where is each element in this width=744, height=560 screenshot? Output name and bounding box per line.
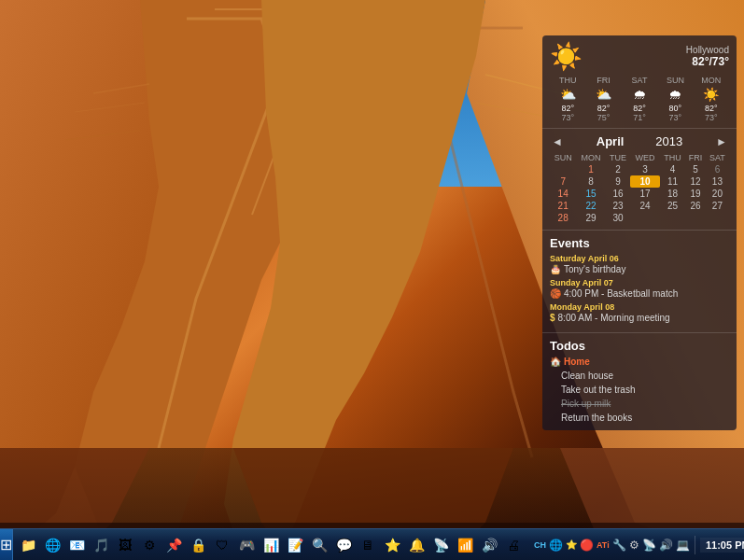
cal-day-15[interactable]: 15 xyxy=(576,188,605,200)
cal-day-empty-5 xyxy=(706,212,729,224)
event-tony-birthday[interactable]: 🎂 Tony's birthday xyxy=(550,264,729,274)
cal-day-25[interactable]: 25 xyxy=(660,200,686,212)
cal-header-sun: SUN xyxy=(550,152,576,163)
taskbar-icon-15[interactable]: 🖥 xyxy=(357,534,379,556)
taskbar-icon-2[interactable]: 🌐 xyxy=(41,534,63,556)
cal-day-28[interactable]: 28 xyxy=(550,212,576,224)
cal-day-24[interactable]: 24 xyxy=(630,200,659,212)
calendar-prev-button[interactable]: ◄ xyxy=(550,135,565,148)
taskbar-icon-17[interactable]: 🔔 xyxy=(405,534,428,556)
taskbar-icon-10[interactable]: 🎮 xyxy=(235,534,258,556)
cal-day-27[interactable]: 27 xyxy=(706,200,729,212)
cal-day-16[interactable]: 16 xyxy=(606,188,631,200)
taskbar-icon-18[interactable]: 📡 xyxy=(429,534,452,556)
event-group-apr06: Saturday April 06 🎂 Tony's birthday xyxy=(550,254,729,274)
taskbar-icon-8[interactable]: 🔒 xyxy=(187,534,209,556)
cal-header-wed: WED xyxy=(630,152,659,163)
weather-info: Hollywood 82°/73° xyxy=(686,45,729,68)
calendar-week-3: 14 15 16 17 18 19 20 xyxy=(550,188,729,200)
cal-day-2[interactable]: 2 xyxy=(606,163,631,175)
forecast-thu: THU ⛅ 82° 73° xyxy=(550,76,585,122)
taskbar-icon-3[interactable]: 📧 xyxy=(65,534,88,556)
events-title: Events xyxy=(550,236,729,250)
forecast-fri: FRI ⛅ 82° 75° xyxy=(585,76,621,122)
cal-day-11[interactable]: 11 xyxy=(660,175,686,188)
tray-icon-3[interactable]: 🔴 xyxy=(580,539,594,552)
cal-day-13[interactable]: 13 xyxy=(706,175,729,188)
taskbar-icon-12[interactable]: 📝 xyxy=(284,534,306,556)
system-clock[interactable]: 11:05 PM xyxy=(700,538,744,553)
event-group-apr08: Monday April 08 $ 8:00 AM - Morning meet… xyxy=(550,302,729,323)
cal-day-18[interactable]: 18 xyxy=(660,188,686,200)
cal-day-23[interactable]: 23 xyxy=(606,200,631,212)
cal-day-1[interactable]: 1 xyxy=(576,163,605,175)
todo-books[interactable]: Return the books xyxy=(550,411,729,425)
cal-day-4[interactable]: 4 xyxy=(660,163,686,175)
system-tray: CH 🌐 ⭐ 🔴 ATi 🔧 ⚙ 📡 🔊 💻 11:05 PM xyxy=(528,536,744,554)
todo-trash[interactable]: Take out the trash xyxy=(550,383,729,397)
tray-ch[interactable]: CH xyxy=(534,540,546,550)
cal-day-10[interactable]: 10 xyxy=(630,175,659,188)
todos-title: Todos xyxy=(550,339,729,353)
cal-day-26[interactable]: 26 xyxy=(685,200,706,212)
cal-day-12[interactable]: 12 xyxy=(685,175,706,188)
cal-day-empty-2 xyxy=(630,212,659,224)
cal-day-19[interactable]: 19 xyxy=(685,188,706,200)
taskbar-icon-19[interactable]: 📶 xyxy=(454,534,476,556)
start-button[interactable]: ⊞ xyxy=(0,529,13,561)
calendar-grid: SUN MON TUE WED THU FRI SAT 1 2 3 4 5 xyxy=(550,152,729,224)
taskbar-icon-11[interactable]: 📊 xyxy=(260,534,282,556)
tray-ati[interactable]: ATi xyxy=(597,540,610,550)
taskbar-icon-7[interactable]: 📌 xyxy=(162,534,185,556)
cal-day-22[interactable]: 22 xyxy=(576,200,605,212)
taskbar-icon-1[interactable]: 📁 xyxy=(17,534,39,556)
taskbar-icon-13[interactable]: 🔍 xyxy=(308,534,330,556)
weather-forecast: THU ⛅ 82° 73° FRI ⛅ 82° 75° SAT 🌧 82° 71… xyxy=(550,76,729,122)
event-basketball[interactable]: 🏀 4:00 PM - Basketball match xyxy=(550,288,729,299)
tray-icon-4[interactable]: 🔧 xyxy=(612,539,626,552)
event-text-birthday: Tony's birthday xyxy=(564,264,625,274)
weather-temp-main: 82°/73° xyxy=(686,55,729,68)
taskbar-icon-21[interactable]: 🖨 xyxy=(502,534,525,556)
cal-day-empty-3 xyxy=(660,212,686,224)
cal-day-9[interactable]: 9 xyxy=(606,175,631,188)
home-icon: 🏠 xyxy=(550,357,561,367)
taskbar-icon-16[interactable]: ⭐ xyxy=(381,534,403,556)
event-meeting[interactable]: $ 8:00 AM - Morning meeting xyxy=(550,313,729,323)
cal-day-21[interactable]: 21 xyxy=(550,200,576,212)
basketball-icon: 🏀 xyxy=(550,288,561,299)
tray-icon-7[interactable]: 🔊 xyxy=(659,539,673,552)
cal-day-29[interactable]: 29 xyxy=(576,212,605,224)
cal-day-14[interactable]: 14 xyxy=(550,188,576,200)
taskbar-icon-6[interactable]: ⚙ xyxy=(138,534,161,556)
todo-clean-house[interactable]: Clean house xyxy=(550,369,729,383)
cal-day-7[interactable]: 7 xyxy=(550,175,576,188)
cal-day-8[interactable]: 8 xyxy=(576,175,605,188)
cal-day-5[interactable]: 5 xyxy=(685,163,706,175)
cal-day-3[interactable]: 3 xyxy=(630,163,659,175)
cal-day-20[interactable]: 20 xyxy=(706,188,729,200)
calendar-day-headers: SUN MON TUE WED THU FRI SAT xyxy=(550,152,729,163)
tray-icon-5[interactable]: ⚙ xyxy=(629,539,639,552)
taskbar-icon-20[interactable]: 🔊 xyxy=(478,534,500,556)
taskbar-icon-9[interactable]: 🛡 xyxy=(211,534,233,556)
widget-panel: ☀️ Hollywood 82°/73° THU ⛅ 82° 73° FRI ⛅… xyxy=(542,35,737,430)
taskbar-icon-5[interactable]: 🖼 xyxy=(114,534,136,556)
forecast-sun: SUN 🌧 80° 73° xyxy=(657,76,693,122)
taskbar-icon-14[interactable]: 💬 xyxy=(332,534,355,556)
event-group-apr07: Sunday April 07 🏀 4:00 PM - Basketball m… xyxy=(550,278,729,299)
calendar-next-button[interactable]: ► xyxy=(714,135,729,148)
event-text-basketball: 4:00 PM - Basketball match xyxy=(564,288,678,299)
tray-icon-8[interactable]: 💻 xyxy=(676,539,690,552)
tray-icon-6[interactable]: 📡 xyxy=(642,539,656,552)
tray-icon-1[interactable]: 🌐 xyxy=(549,539,563,552)
taskbar-icon-4[interactable]: 🎵 xyxy=(90,534,112,556)
tray-icon-2[interactable]: ⭐ xyxy=(566,539,577,550)
cal-day-17[interactable]: 17 xyxy=(630,188,659,200)
todo-milk[interactable]: Pick up milk xyxy=(550,397,729,411)
cal-day-30[interactable]: 30 xyxy=(606,212,631,224)
weather-current: ☀️ Hollywood 82°/73° xyxy=(550,41,729,72)
cal-header-tue: TUE xyxy=(606,152,631,163)
calendar-year: 2013 xyxy=(655,134,682,148)
cal-day-6[interactable]: 6 xyxy=(706,163,729,175)
